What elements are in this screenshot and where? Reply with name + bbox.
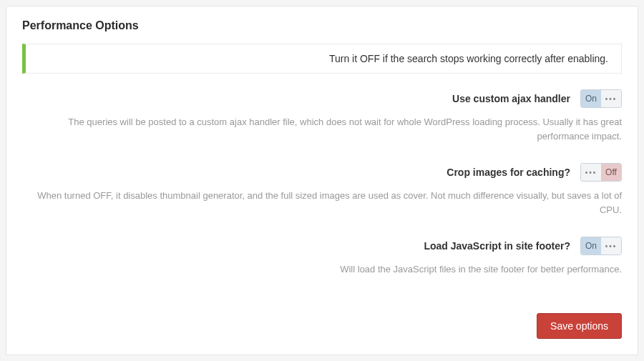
toggle-js-footer[interactable]: On ••• bbox=[580, 237, 622, 255]
panel-title: Performance Options bbox=[6, 6, 638, 36]
option-ajax-handler: Use custom ajax handler On ••• The queri… bbox=[22, 89, 622, 143]
option-crop-images: Crop images for caching? Off ••• When tu… bbox=[22, 163, 622, 217]
toggle-dots-icon: ••• bbox=[581, 164, 601, 181]
option-label-crop: Crop images for caching? bbox=[447, 167, 570, 178]
panel-body: Turn it OFF if the search stops working … bbox=[6, 36, 638, 312]
toggle-state-label: On bbox=[581, 237, 601, 254]
save-row: Save options bbox=[537, 313, 622, 339]
performance-options-panel: Performance Options Turn it OFF if the s… bbox=[6, 6, 638, 355]
save-button[interactable]: Save options bbox=[537, 313, 622, 339]
toggle-crop-images[interactable]: Off ••• bbox=[580, 163, 622, 182]
option-desc-crop: When turned OFF, it disables thumbnail g… bbox=[22, 189, 622, 217]
option-label-jsfooter: Load JavaScript in site footer? bbox=[424, 240, 570, 252]
toggle-state-label: Off bbox=[601, 164, 621, 181]
option-label-ajax: Use custom ajax handler bbox=[452, 93, 570, 104]
toggle-dots-icon: ••• bbox=[601, 237, 621, 254]
option-desc-ajax: The queries will be posted to a custom a… bbox=[22, 115, 622, 143]
option-js-footer: Load JavaScript in site footer? On ••• W… bbox=[22, 237, 622, 277]
toggle-ajax-handler[interactable]: On ••• bbox=[580, 89, 622, 108]
toggle-dots-icon: ••• bbox=[601, 90, 621, 107]
toggle-state-label: On bbox=[581, 90, 601, 107]
option-desc-jsfooter: Will load the JavaScript files in the si… bbox=[22, 262, 622, 277]
notice-text: Turn it OFF if the search stops working … bbox=[329, 53, 608, 64]
notice-bar: Turn it OFF if the search stops working … bbox=[22, 44, 622, 74]
